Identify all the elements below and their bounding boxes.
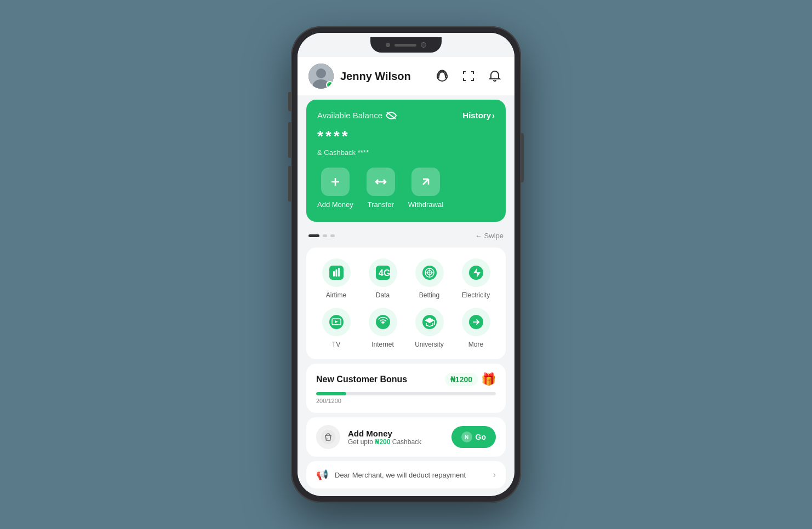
eye-slash-icon[interactable]: [386, 111, 397, 120]
promo-card: Add Money Get upto ₦200 Cashback N Go: [306, 417, 506, 457]
go-btn-icon: N: [461, 432, 472, 442]
service-electricity[interactable]: Electricity: [455, 258, 497, 299]
add-money-icon: [321, 168, 350, 196]
svg-rect-13: [338, 268, 340, 277]
dot-2: [323, 234, 327, 237]
avatar-badge: ✓: [326, 81, 334, 89]
electricity-icon: [462, 258, 490, 287]
notice-text: Dear Merchant, we will deduct repayment: [335, 471, 487, 479]
svg-rect-4: [437, 75, 439, 78]
notch: [370, 37, 442, 53]
service-airtime[interactable]: Airtime: [315, 258, 357, 299]
phone-content: ✓ Jenny Wilson: [298, 57, 514, 496]
avatar[interactable]: ✓: [308, 64, 334, 89]
svg-text:4G: 4G: [379, 268, 390, 278]
notice-banner[interactable]: 📢 Dear Merchant, we will deduct repaymen…: [306, 461, 506, 488]
svg-point-32: [321, 430, 335, 444]
bonus-amount-badge: ₦1200: [445, 373, 478, 386]
swipe-row: ← Swipe: [298, 226, 514, 243]
more-label: More: [468, 341, 483, 348]
services-grid: Airtime 4G Data: [315, 258, 497, 348]
add-money-button[interactable]: Add Money: [317, 168, 353, 209]
data-icon: 4G: [369, 258, 397, 287]
balance-amount: ****: [317, 128, 495, 145]
swipe-hint: ← Swipe: [475, 232, 504, 240]
svg-point-1: [316, 68, 326, 78]
tv-label: TV: [332, 341, 340, 348]
actions-row: Add Money Transfer: [317, 168, 495, 209]
electricity-label: Electricity: [462, 291, 490, 299]
withdrawal-label: Withdrawal: [408, 200, 443, 209]
promo-bag-icon: [316, 425, 340, 449]
betting-label: Betting: [419, 291, 439, 299]
service-data[interactable]: 4G Data: [362, 258, 404, 299]
promo-title: Add Money: [348, 429, 444, 438]
service-university[interactable]: University: [408, 308, 450, 348]
bonus-title: New Customer Bonus: [316, 375, 407, 384]
progress-text: 200/1200: [316, 398, 496, 404]
notch-speaker: [394, 44, 416, 47]
betting-icon: [415, 258, 444, 287]
notice-icon: 📢: [316, 469, 328, 481]
notch-bar: [298, 33, 514, 57]
header: ✓ Jenny Wilson: [298, 57, 514, 95]
services-card: Airtime 4G Data: [306, 248, 506, 359]
notification-icon[interactable]: [486, 67, 504, 85]
go-button[interactable]: N Go: [451, 426, 496, 448]
withdrawal-button[interactable]: Withdrawal: [408, 168, 443, 209]
bonus-card: New Customer Bonus ₦1200 🎁 200/1200: [306, 364, 506, 413]
cashback-row: & Cashback ****: [317, 148, 495, 157]
progress-bar-bg: [316, 392, 496, 395]
svg-rect-11: [333, 271, 335, 277]
airtime-label: Airtime: [326, 291, 346, 299]
scan-icon[interactable]: [460, 67, 477, 85]
internet-icon: [369, 308, 397, 336]
withdrawal-icon: [411, 168, 440, 196]
svg-rect-12: [335, 269, 337, 277]
service-betting[interactable]: Betting: [408, 258, 450, 299]
svg-rect-14: [333, 276, 335, 277]
more-icon: [462, 308, 490, 336]
data-label: Data: [376, 291, 390, 299]
service-more[interactable]: More: [455, 308, 497, 348]
balance-header-row: Available Balance History ›: [317, 111, 495, 120]
gift-icon: 🎁: [481, 372, 496, 387]
carousel-dots: [308, 234, 335, 237]
transfer-icon: [367, 168, 395, 196]
service-internet[interactable]: Internet: [362, 308, 404, 348]
balance-card: Available Balance History › ****: [306, 100, 506, 222]
bonus-top-row: New Customer Bonus ₦1200 🎁: [316, 372, 496, 387]
university-icon: [415, 308, 444, 336]
notch-camera: [421, 42, 426, 48]
promo-text: Add Money Get upto ₦200 Cashback: [348, 429, 444, 446]
university-label: University: [415, 341, 444, 348]
transfer-button[interactable]: Transfer: [367, 168, 395, 209]
progress-bar-fill: [316, 392, 346, 395]
svg-rect-5: [445, 75, 447, 78]
notch-dot-left: [386, 43, 390, 47]
service-tv[interactable]: TV: [315, 308, 357, 348]
airtime-icon: [322, 258, 351, 287]
transfer-label: Transfer: [368, 200, 394, 209]
history-button[interactable]: History ›: [462, 111, 495, 120]
header-icons: [433, 67, 504, 85]
balance-label: Available Balance: [317, 111, 397, 120]
add-money-label: Add Money: [317, 200, 353, 209]
dot-active: [308, 234, 319, 237]
tv-icon: [322, 308, 351, 336]
support-icon[interactable]: [433, 67, 451, 85]
notice-arrow-icon: ›: [493, 470, 496, 480]
promo-subtitle: Get upto ₦200 Cashback: [348, 438, 444, 446]
dot-3: [330, 234, 335, 237]
internet-label: Internet: [371, 341, 394, 348]
username: Jenny Wilson: [340, 70, 427, 83]
